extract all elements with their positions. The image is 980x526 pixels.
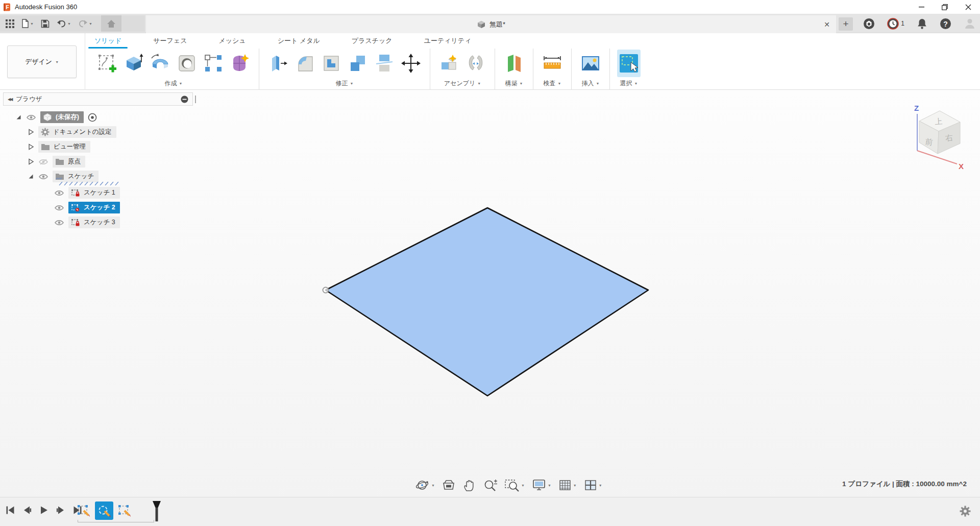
- ribbon-group-assemble-label[interactable]: アセンブリ▼: [444, 79, 481, 88]
- zoom-button[interactable]: [482, 477, 498, 493]
- view-management-chip[interactable]: ビュー管理: [38, 141, 90, 153]
- document-tab[interactable]: 無題* ✕: [146, 15, 836, 33]
- save-button[interactable]: [38, 16, 52, 31]
- tree-row-view-management[interactable]: ビュー管理: [3, 139, 193, 154]
- document-settings-chip[interactable]: ドキュメントの設定: [38, 126, 116, 138]
- pattern-button[interactable]: [202, 50, 225, 77]
- tree-row-sketches-folder[interactable]: スケッチ: [3, 169, 193, 184]
- viewports-button[interactable]: ▼: [583, 477, 603, 493]
- joint-button[interactable]: [464, 50, 487, 77]
- tab-solid[interactable]: ソリッド: [92, 36, 124, 45]
- display-settings-button[interactable]: ▼: [531, 477, 552, 493]
- hole-button[interactable]: [175, 50, 199, 77]
- timeline-feature-sketch-3[interactable]: [116, 503, 133, 519]
- timeline-go-to-start-button[interactable]: [4, 504, 16, 516]
- tree-row-origin[interactable]: 原点: [3, 154, 193, 169]
- extensions-button[interactable]: [863, 18, 875, 30]
- sketch-1-chip[interactable]: スケッチ 1: [68, 187, 120, 199]
- ribbon-group-insert-label[interactable]: 挿入▼: [582, 79, 600, 88]
- panel-resize-grip[interactable]: [195, 95, 196, 103]
- restore-button[interactable]: [933, 0, 957, 14]
- timeline-feature-sketch-1[interactable]: [76, 503, 92, 519]
- tree-row-sketch-1[interactable]: スケッチ 1: [3, 185, 193, 200]
- ribbon-group-modify-label[interactable]: 修正▼: [336, 79, 354, 88]
- tab-surface[interactable]: サーフェス: [151, 36, 189, 45]
- help-button[interactable]: ?: [940, 18, 951, 30]
- collapse-panel-icon[interactable]: ◀◀: [8, 97, 12, 102]
- timeline-settings-button[interactable]: [960, 506, 971, 517]
- close-button[interactable]: [957, 0, 980, 14]
- construct-plane-button[interactable]: [502, 50, 526, 77]
- tab-plastic[interactable]: プラスチック: [350, 36, 395, 45]
- grid-settings-button[interactable]: ▼: [557, 477, 578, 493]
- activate-component-radio-icon[interactable]: [88, 113, 97, 122]
- ribbon-group-create-label[interactable]: 作成▼: [165, 79, 183, 88]
- visibility-eye-icon[interactable]: [26, 114, 36, 121]
- new-tab-button[interactable]: +: [839, 17, 853, 31]
- tab-sheetmetal[interactable]: シート メタル: [276, 36, 322, 45]
- job-status-button[interactable]: 1: [887, 18, 904, 30]
- tree-row-sketch-2[interactable]: スケッチ 2: [3, 200, 193, 215]
- expand-open-icon[interactable]: [28, 173, 34, 180]
- measure-button[interactable]: [541, 50, 564, 77]
- new-component-button[interactable]: [437, 50, 461, 77]
- extrude-button[interactable]: [122, 50, 145, 77]
- move-button[interactable]: [399, 50, 423, 77]
- revolve-button[interactable]: [149, 50, 172, 77]
- home-view-button[interactable]: [101, 15, 121, 32]
- origin-chip[interactable]: 原点: [53, 156, 85, 168]
- visibility-eye-icon[interactable]: [38, 173, 48, 180]
- timeline-play-button[interactable]: [38, 504, 50, 516]
- visibility-eye-icon[interactable]: [54, 219, 64, 226]
- sketch-3-chip[interactable]: スケッチ 3: [68, 217, 120, 228]
- ribbon-group-construct-label[interactable]: 構築▼: [505, 79, 523, 88]
- split-body-button[interactable]: [373, 50, 396, 77]
- visibility-eye-icon[interactable]: [54, 189, 64, 197]
- browser-header[interactable]: ◀◀ ブラウザ: [3, 92, 193, 106]
- workspace-selector[interactable]: デザイン ▼: [7, 45, 77, 78]
- create-form-button[interactable]: [228, 50, 252, 77]
- tree-row-document-settings[interactable]: ドキュメントの設定: [3, 125, 193, 139]
- expand-closed-icon[interactable]: [28, 144, 34, 150]
- file-menu-button[interactable]: ▼: [19, 16, 36, 31]
- timeline-step-forward-button[interactable]: [55, 504, 67, 516]
- ribbon-group-select-label[interactable]: 選択▼: [620, 79, 638, 88]
- tab-utilities[interactable]: ユーティリティ: [422, 36, 474, 45]
- timeline-feature-sketch-2-active[interactable]: [95, 501, 113, 520]
- visibility-eye-icon[interactable]: [54, 204, 64, 211]
- tree-row-sketch-3[interactable]: スケッチ 3: [3, 215, 193, 230]
- tree-row-document-root[interactable]: (未保存): [3, 110, 193, 125]
- profile-button[interactable]: [964, 17, 976, 30]
- ribbon-group-inspect-label[interactable]: 検査▼: [544, 79, 561, 88]
- document-tab-close-button[interactable]: ✕: [822, 19, 832, 30]
- tab-mesh[interactable]: メッシュ: [216, 36, 248, 45]
- minimize-button[interactable]: [910, 0, 933, 14]
- viewcube[interactable]: Z X 上 前 右: [906, 100, 967, 171]
- document-root-chip[interactable]: (未保存): [40, 111, 84, 123]
- redo-button[interactable]: ▼: [76, 16, 95, 31]
- undo-button[interactable]: ▼: [54, 16, 74, 31]
- fillet-button[interactable]: [293, 50, 316, 77]
- zoom-window-button[interactable]: ▼: [503, 477, 526, 493]
- notifications-button[interactable]: [917, 18, 927, 30]
- press-pull-button[interactable]: [266, 50, 290, 77]
- timeline-step-back-button[interactable]: [21, 504, 33, 516]
- viewport-canvas[interactable]: ◀◀ ブラウザ (未保存) ドキュメントの設定: [0, 90, 980, 497]
- visibility-eye-off-icon[interactable]: [38, 158, 48, 165]
- expand-closed-icon[interactable]: [28, 158, 34, 165]
- select-button[interactable]: [617, 50, 641, 77]
- combine-button[interactable]: [346, 50, 370, 77]
- expand-open-icon[interactable]: [15, 114, 22, 121]
- create-sketch-button[interactable]: [95, 50, 119, 77]
- look-at-button[interactable]: [441, 477, 456, 493]
- timeline-position-marker[interactable]: [151, 500, 162, 522]
- browser-display-toggle-icon[interactable]: [181, 95, 188, 103]
- sketch-2-chip[interactable]: スケッチ 2: [68, 202, 120, 213]
- sketches-folder-chip[interactable]: スケッチ: [53, 171, 99, 182]
- app-grid-button[interactable]: [3, 16, 17, 31]
- pan-button[interactable]: [461, 477, 477, 493]
- expand-closed-icon[interactable]: [28, 129, 34, 135]
- insert-image-button[interactable]: [579, 50, 602, 77]
- orbit-button[interactable]: ▼: [414, 477, 436, 493]
- shell-button[interactable]: [320, 50, 343, 77]
